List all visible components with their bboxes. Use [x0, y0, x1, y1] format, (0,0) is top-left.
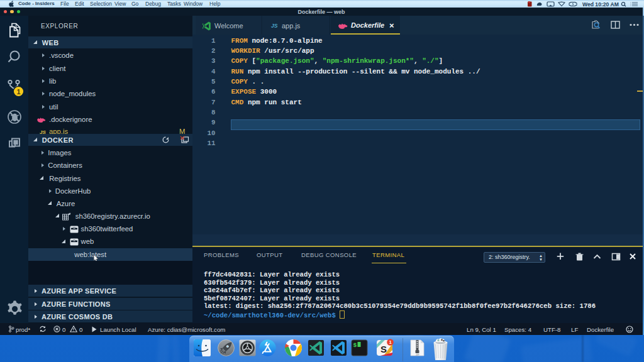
svg-text:$: $: [353, 341, 357, 348]
svg-text:S: S: [380, 343, 387, 354]
svg-text:ZIP: ZIP: [416, 353, 419, 356]
svg-text:1: 1: [389, 339, 391, 345]
svg-text:1: 1: [16, 88, 20, 96]
svg-text:Wed 10:20 AM: Wed 10:20 AM: [582, 1, 619, 7]
